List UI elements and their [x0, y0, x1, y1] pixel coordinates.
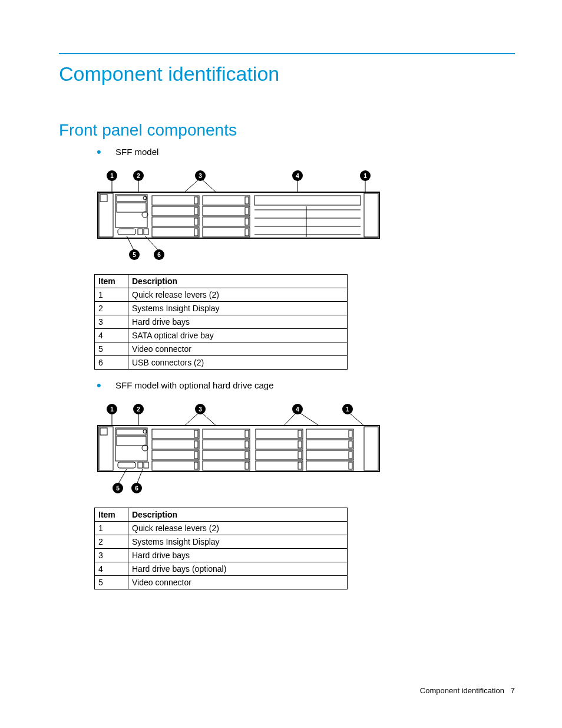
table-row: 4Hard drive bays (optional) [95, 562, 348, 576]
svg-rect-43 [254, 196, 361, 205]
svg-text:1: 1 [346, 406, 349, 413]
svg-rect-84 [152, 429, 199, 439]
svg-rect-37 [203, 206, 250, 216]
svg-rect-99 [245, 462, 249, 469]
svg-rect-24 [118, 229, 135, 235]
svg-rect-96 [203, 450, 250, 460]
bullet-sff-optional-cage: SFF model with optional hard drive cage [94, 380, 515, 390]
svg-rect-87 [194, 441, 198, 448]
svg-rect-33 [152, 228, 199, 237]
svg-rect-31 [152, 217, 199, 226]
svg-rect-18 [100, 195, 107, 202]
svg-rect-97 [245, 452, 249, 459]
table-row: 4SATA optical drive bay [95, 329, 348, 342]
svg-text:1: 1 [110, 406, 114, 413]
svg-rect-29 [152, 206, 199, 216]
svg-rect-39 [203, 217, 250, 226]
table-row: 2Systems Insight Display [95, 302, 348, 315]
svg-rect-32 [194, 218, 198, 225]
svg-text:5: 5 [116, 485, 120, 492]
svg-rect-89 [194, 452, 198, 459]
footer-section: Component identification [420, 686, 504, 695]
svg-rect-103 [298, 441, 302, 448]
svg-rect-75 [100, 428, 107, 435]
svg-text:1: 1 [363, 173, 367, 179]
svg-text:6: 6 [157, 252, 161, 258]
table-header-desc: Description [128, 275, 348, 288]
svg-text:2: 2 [137, 406, 140, 413]
section-title: Front panel components [59, 121, 515, 140]
svg-rect-40 [245, 218, 249, 225]
svg-rect-94 [203, 440, 250, 449]
svg-rect-92 [203, 429, 250, 439]
svg-rect-113 [349, 452, 352, 459]
page-title: Component identification [59, 62, 515, 85]
svg-rect-81 [118, 462, 135, 468]
table-row: 3Hard drive bays [95, 549, 348, 562]
svg-rect-101 [298, 430, 302, 437]
svg-text:3: 3 [199, 173, 202, 179]
svg-rect-49 [364, 193, 378, 237]
svg-rect-30 [194, 207, 198, 215]
svg-rect-41 [203, 228, 250, 237]
svg-rect-98 [203, 461, 250, 470]
bullet-sff-model: SFF model [94, 147, 515, 157]
table-header-item: Item [95, 275, 128, 288]
svg-rect-102 [256, 440, 303, 449]
svg-rect-110 [306, 440, 353, 449]
svg-text:2: 2 [137, 173, 140, 179]
document-page: Component identification Front panel com… [0, 0, 562, 728]
svg-rect-27 [152, 196, 199, 205]
diagram-sff-model: 1 2 3 4 1 [94, 170, 383, 266]
svg-rect-26 [144, 229, 148, 235]
svg-rect-76 [115, 428, 147, 461]
svg-text:1: 1 [110, 173, 114, 179]
svg-rect-83 [144, 462, 148, 468]
header-rule [59, 53, 515, 54]
table-row: 5Video connector [95, 342, 348, 356]
svg-rect-36 [245, 197, 249, 204]
svg-rect-116 [364, 427, 378, 470]
table-row: 1Quick release levers (2) [95, 522, 348, 535]
table-row: 1Quick release levers (2) [95, 288, 348, 302]
svg-rect-85 [194, 430, 198, 437]
svg-rect-100 [256, 429, 303, 439]
svg-rect-107 [298, 462, 302, 469]
svg-rect-38 [245, 207, 249, 215]
svg-rect-90 [152, 461, 199, 470]
svg-text:4: 4 [296, 173, 299, 179]
svg-rect-114 [306, 461, 353, 470]
svg-text:4: 4 [296, 406, 299, 413]
svg-rect-93 [245, 430, 249, 437]
svg-line-70 [348, 411, 365, 427]
table-row: 5Video connector [95, 576, 348, 589]
table-row: 3Hard drive bays [95, 315, 348, 329]
svg-rect-108 [306, 429, 353, 439]
svg-rect-28 [194, 197, 198, 204]
svg-rect-88 [152, 450, 199, 460]
svg-rect-115 [349, 462, 352, 469]
table-header-item: Item [95, 508, 128, 522]
svg-rect-111 [349, 441, 352, 448]
page-footer: Component identification 7 [420, 686, 515, 695]
table-row: 2Systems Insight Display [95, 535, 348, 549]
svg-rect-112 [306, 450, 353, 460]
table-sff-optional-cage: Item Description 1Quick release levers (… [94, 508, 348, 589]
svg-rect-25 [138, 229, 143, 235]
svg-rect-91 [194, 462, 198, 469]
svg-rect-19 [115, 195, 147, 228]
svg-rect-86 [152, 440, 199, 449]
svg-rect-42 [245, 229, 249, 236]
svg-rect-109 [349, 430, 352, 437]
svg-rect-82 [138, 462, 143, 468]
svg-rect-95 [245, 441, 249, 448]
footer-page-num: 7 [511, 686, 515, 695]
table-sff-model: Item Description 1Quick release levers (… [94, 274, 348, 370]
svg-text:5: 5 [133, 252, 136, 258]
table-row: 6USB connectors (2) [95, 356, 348, 370]
svg-text:3: 3 [199, 406, 202, 413]
diagram-sff-optional-cage: 1 2 3 4 1 [94, 403, 383, 499]
svg-rect-105 [298, 452, 302, 459]
svg-text:6: 6 [135, 485, 138, 492]
svg-rect-34 [194, 229, 198, 236]
